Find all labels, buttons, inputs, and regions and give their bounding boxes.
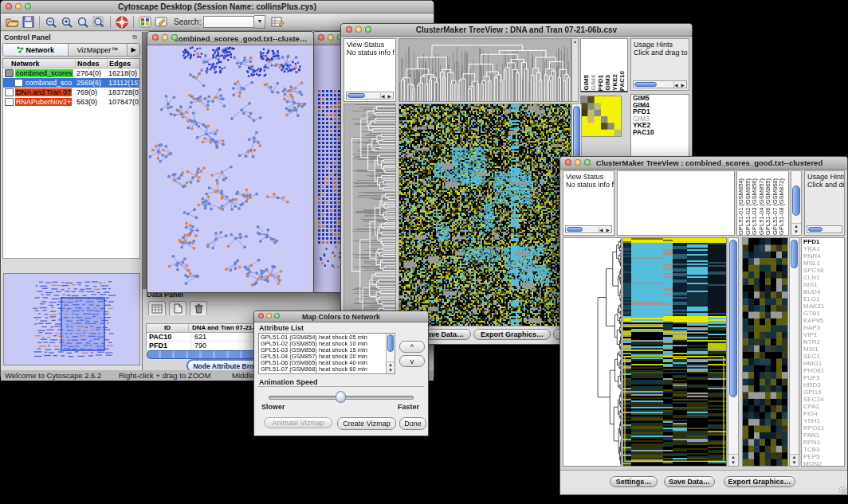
resize-grip[interactable] [838, 486, 846, 494]
gene-label[interactable]: PAN1 [802, 432, 844, 439]
close-icon[interactable] [318, 34, 324, 41]
save-data-button[interactable]: Save Data… [664, 476, 715, 487]
birdseye-panel[interactable] [3, 273, 140, 365]
zoom-in-button[interactable] [59, 15, 75, 29]
tv1-thin-scrollbar[interactable]: ▲ [571, 38, 579, 102]
scroll-arrows[interactable]: ▲▼ [728, 454, 738, 466]
gene-label[interactable]: CLN1 [802, 274, 844, 281]
gene-label[interactable]: NIS1 [802, 281, 844, 288]
tv2-heatmap[interactable] [622, 237, 727, 467]
scroll-arrows[interactable]: ▲▼ [790, 454, 799, 466]
minimize-icon[interactable] [575, 159, 581, 166]
gene-label[interactable]: GTB1 [802, 310, 844, 317]
gene-label[interactable]: BUD4 [802, 288, 844, 295]
save-session-button[interactable] [20, 15, 36, 29]
gene-label[interactable]: SPC98 [802, 267, 844, 274]
create-vizmap-button[interactable]: Create Vizmap [337, 417, 396, 430]
scroll-arrows[interactable]: ▲▼ [387, 361, 395, 373]
search-input[interactable] [203, 16, 254, 28]
gene-label[interactable]: RNR4 [802, 252, 844, 260]
tv2-labels-vscrollbar[interactable]: ▲▼ [791, 170, 802, 236]
delete-attribute-button[interactable] [190, 301, 207, 315]
network-row[interactable]: combined_scores2764(0)16218(0) [3, 68, 139, 78]
select-attributes-button[interactable] [148, 301, 166, 315]
scroll-arrows[interactable]: ◀ ▶ [599, 227, 611, 232]
zoom-window-icon[interactable] [365, 26, 371, 33]
dialog-titlebar[interactable]: Map Colors to Network [254, 311, 428, 322]
network-row[interactable]: DNA and Tran 07769(0)183728(0) [3, 88, 139, 97]
gene-label[interactable]: HMG1 [802, 360, 844, 367]
tv1-heatmap[interactable] [398, 104, 571, 326]
zoom-out-button[interactable] [43, 15, 59, 29]
attribute-list-vscrollbar[interactable]: ▲▼ [386, 334, 395, 373]
gene-label[interactable]: PUF3 [802, 374, 844, 381]
tv2-column-dendrogram[interactable] [617, 170, 735, 236]
move-up-button[interactable]: ^ [399, 341, 425, 353]
speed-slider-thumb[interactable] [336, 391, 346, 403]
tv1-row-dendrogram[interactable] [344, 104, 396, 326]
annotation-button[interactable] [153, 15, 169, 29]
tv2-zoom-vscrollbar[interactable]: ▲▼ [789, 237, 799, 467]
gene-label[interactable]: VIP1 [802, 331, 844, 338]
open-file-button[interactable] [4, 15, 20, 29]
gene-label[interactable]: RPN1 [802, 439, 844, 446]
network-row[interactable]: RNAPuberNov2+563(0)107847(0) [3, 97, 139, 107]
gene-label[interactable]: TCB3 [802, 446, 844, 453]
tv1-summary-matrix[interactable] [580, 96, 622, 137]
tv2-status-hscrollbar[interactable]: ◀ ▶ [565, 225, 612, 233]
gene-label[interactable]: MSL1 [802, 260, 844, 267]
tv2-hints-hscrollbar[interactable] [807, 225, 842, 233]
tv1-column-dendrogram[interactable] [398, 38, 571, 102]
zoom-window-icon[interactable] [171, 34, 178, 41]
tv1-hints-hscrollbar[interactable]: ◀ ▶ [633, 80, 687, 88]
birdseye-canvas[interactable] [4, 274, 138, 363]
attribute-list-item[interactable]: GPL51-07 (GSM868) heat shock 60 min [259, 366, 386, 373]
close-icon[interactable] [346, 26, 352, 33]
gene-label[interactable]: YRA1 [802, 245, 844, 252]
tv2-row-dendrogram[interactable] [563, 237, 622, 467]
vizmapper-colors-button[interactable] [137, 15, 153, 29]
network-canvas-1[interactable] [147, 45, 312, 291]
gene-label[interactable]: PHO81 [802, 367, 844, 374]
gene-label[interactable]: PEP5 [802, 453, 844, 460]
close-icon[interactable] [258, 313, 264, 318]
minimize-icon[interactable] [162, 34, 168, 41]
minimize-icon[interactable] [355, 26, 362, 33]
gene-label[interactable]: RPO21 [802, 424, 844, 432]
gene-label[interactable]: ELG1 [802, 295, 844, 303]
zoom-fit-button[interactable] [75, 15, 91, 29]
create-attribute-button[interactable] [169, 301, 186, 315]
move-down-button[interactable]: v [399, 355, 425, 367]
animate-vizmap-button[interactable]: Animate Vizmap [264, 417, 332, 428]
tab-overflow-arrow[interactable]: ▶ [128, 44, 139, 56]
gene-label[interactable]: PFD1 [802, 238, 844, 245]
main-titlebar[interactable]: Cytoscape Desktop (Session Name: collins… [1, 1, 434, 14]
tab-vizmapper[interactable]: VizMapper™ [69, 44, 128, 56]
close-icon[interactable] [152, 34, 159, 41]
minimize-icon[interactable] [328, 34, 334, 41]
tv1-status-hscrollbar[interactable]: ◀ ▶ [346, 92, 394, 100]
gene-label[interactable]: HAP3 [802, 324, 844, 331]
close-icon[interactable] [565, 159, 571, 166]
zoom-window-icon[interactable] [25, 3, 31, 10]
gene-label[interactable]: HRD3 [802, 381, 844, 389]
zoom-selected-button[interactable] [91, 15, 107, 29]
tv2-zoom-heatmap[interactable] [742, 237, 788, 467]
gene-label[interactable]: KAP95 [802, 317, 844, 324]
gene-label[interactable]: FIG4 [802, 410, 844, 417]
gene-label[interactable]: YSH1 [802, 417, 844, 424]
table-edit-button[interactable] [269, 15, 285, 29]
export-graphics-button[interactable]: Export Graphics… [473, 329, 551, 340]
float-panel-icon[interactable]: ⧉ [132, 33, 137, 41]
gene-label[interactable]: MSI1 [802, 346, 844, 353]
network-row[interactable]: combined_sco2569(6)13112(15) [3, 78, 139, 88]
zoom-window-icon[interactable] [274, 313, 280, 318]
gene-label[interactable]: MAK31 [802, 303, 844, 310]
tab-network[interactable]: Network [3, 44, 69, 56]
minimize-icon[interactable] [266, 313, 272, 318]
gene-label[interactable]: NTR2 [802, 338, 844, 346]
gene-label[interactable]: PAC10 [631, 129, 689, 136]
search-dropdown-button[interactable]: ▼ [254, 15, 265, 29]
network1-titlebar[interactable]: combined_scores_good.txt--cluste… [147, 32, 313, 45]
gene-label[interactable]: SEC24 [802, 396, 844, 403]
